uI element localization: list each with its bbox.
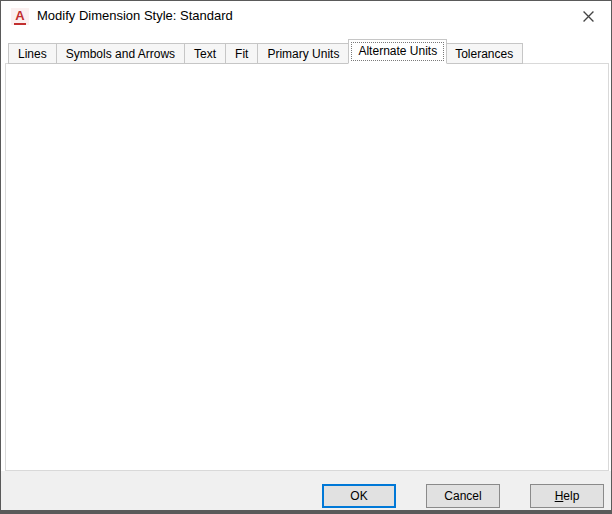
tab-text[interactable]: Text [185, 43, 226, 64]
tab-symbols-and-arrows[interactable]: Symbols and Arrows [57, 43, 185, 64]
modify-dimension-style-dialog: A Modify Dimension Style: Standard Lines… [0, 0, 612, 514]
tab-tolerances[interactable]: Tolerances [446, 43, 523, 64]
tab-alternate-units[interactable]: Alternate Units [348, 39, 447, 64]
dialog-title: Modify Dimension Style: Standard [37, 8, 233, 23]
tab-fit[interactable]: Fit [226, 43, 258, 64]
close-button[interactable] [565, 1, 611, 31]
close-icon [583, 11, 594, 22]
cancel-button[interactable]: Cancel [426, 484, 500, 508]
title-bar: A Modify Dimension Style: Standard [1, 1, 611, 31]
ok-button[interactable]: OK [322, 484, 396, 508]
autocad-icon: A [11, 8, 29, 25]
tab-primary-units[interactable]: Primary Units [258, 43, 349, 64]
tab-strip: Lines Symbols and Arrows Text Fit Primar… [8, 39, 523, 64]
alternate-units-page [5, 63, 609, 471]
dialog-footer: OK Cancel Help [1, 471, 612, 511]
tab-lines[interactable]: Lines [8, 43, 57, 64]
help-button[interactable]: Help [530, 484, 604, 508]
